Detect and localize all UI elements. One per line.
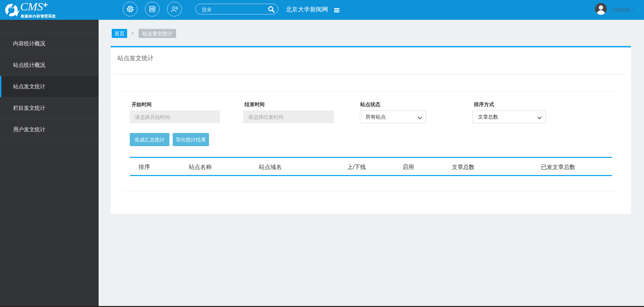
search-box <box>195 4 278 14</box>
chevron-down-icon <box>537 115 542 119</box>
topbar: power CMS+ 新媒体内容管理系统 <box>0 0 644 20</box>
sidebar-item-user-post-stats[interactable]: 用户发文统计 <box>0 119 99 140</box>
sidebar-item-label: 内容统计概况 <box>13 41 45 46</box>
person-icon <box>595 3 607 15</box>
sort-mode-label: 排序方式 <box>474 101 494 108</box>
column-header-sort: 排序 <box>139 163 150 171</box>
sidebar-item-label: 用户发文统计 <box>13 127 45 132</box>
page-title: 站点发文统计 <box>117 54 154 62</box>
column-header-site-domain: 站点域名 <box>259 163 282 171</box>
current-site-name: 北京大学新闻网 <box>286 0 328 20</box>
divider <box>122 191 620 191</box>
column-header-published-total: 已发文章总数 <box>541 163 575 171</box>
logo-subtitle: 新媒体内容管理系统 <box>21 14 56 19</box>
search-input[interactable] <box>201 5 266 14</box>
panel-card: 站点发文统计 开始时间 结束时间 站点状态 排序方式 所有站点 文章总数 生成汇… <box>111 46 631 214</box>
breadcrumb-separator: > <box>131 29 134 38</box>
username[interactable]: dongwp <box>613 0 631 20</box>
sidebar-item-site-stats[interactable]: 站点统计概况 <box>0 54 99 76</box>
logo-plus: + <box>43 0 48 9</box>
end-time-input[interactable] <box>243 111 334 123</box>
column-header-article-total: 文章总数 <box>452 163 475 171</box>
avatar[interactable] <box>595 3 607 15</box>
end-time-label: 结束时间 <box>245 101 265 108</box>
table-top-border <box>130 157 612 158</box>
divider <box>118 91 620 92</box>
sidebar-item-label: 站点发文统计 <box>13 84 45 89</box>
sidebar-item-content-stats[interactable]: 内容统计概况 <box>0 33 99 54</box>
settings-button[interactable] <box>123 2 138 16</box>
breadcrumb-home[interactable]: 首页 <box>112 29 127 38</box>
generate-summary-button[interactable]: 生成汇总统计 <box>130 133 169 146</box>
sidebar-item-column-post-stats[interactable]: 栏目发文统计 <box>0 97 99 119</box>
logo-brand: CMS+ <box>20 0 48 13</box>
gear-icon <box>126 5 134 13</box>
users-button[interactable] <box>167 2 182 16</box>
chevron-down-icon <box>418 115 422 119</box>
sidebar-item-site-post-stats[interactable]: 站点发文统计 <box>0 76 99 97</box>
site-status-select[interactable]: 所有站点 <box>360 111 426 123</box>
site-status-label: 站点状态 <box>360 101 380 108</box>
divider <box>113 74 627 75</box>
sidebar-menu: 内容统计概况 站点统计概况 站点发文统计 栏目发文统计 用户发文统计 <box>0 33 99 140</box>
app-root: power CMS+ 新媒体内容管理系统 <box>0 0 644 307</box>
column-header-online: 上/下线 <box>347 163 366 171</box>
user-list-icon <box>170 5 179 13</box>
server-list-icon <box>148 5 156 13</box>
sites-button[interactable] <box>145 2 160 16</box>
burger-bar <box>334 10 339 11</box>
sort-mode-value: 文章总数 <box>478 114 498 120</box>
sidebar-item-label: 栏目发文统计 <box>13 105 45 111</box>
search-icon[interactable] <box>267 5 275 13</box>
chevron-down-icon[interactable] <box>632 8 635 11</box>
sort-mode-select[interactable]: 文章总数 <box>472 111 546 123</box>
column-header-enabled: 启用 <box>402 163 414 171</box>
sidebar-item-label: 站点统计概况 <box>13 62 45 68</box>
logo-g-icon <box>3 2 20 18</box>
burger-bar <box>334 11 339 12</box>
burger-bar <box>334 8 339 9</box>
column-header-site-name: 站点名称 <box>189 163 212 171</box>
start-time-label: 开始时间 <box>131 101 152 108</box>
sidebar: 内容统计概况 站点统计概况 站点发文统计 栏目发文统计 用户发文统计 <box>0 20 99 307</box>
site-status-value: 所有站点 <box>366 114 386 120</box>
export-results-button[interactable]: 导出统计结果 <box>173 133 209 146</box>
logo-power-text: power <box>10 6 18 9</box>
breadcrumb-current: 站点发文统计 <box>139 29 176 38</box>
table-header-bottom-border <box>130 175 612 176</box>
start-time-input[interactable] <box>130 111 220 123</box>
site-menu-button[interactable] <box>334 8 339 13</box>
